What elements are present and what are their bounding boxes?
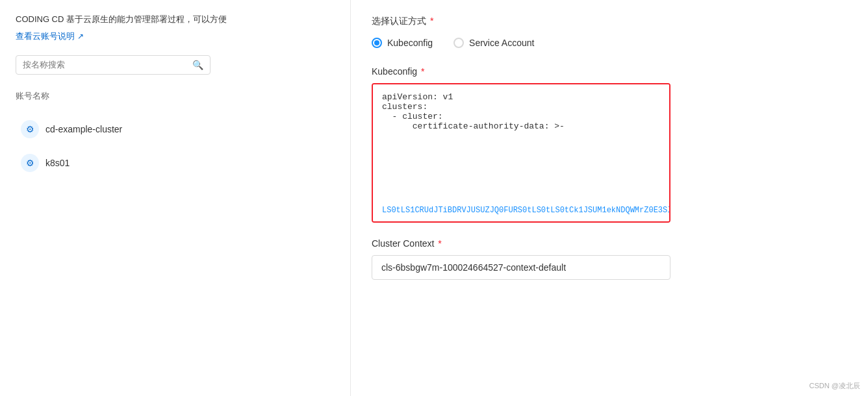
kubeconfig-last-line: LS0tLS1CRUdJTiBDRVJUSUZJQ0FURS0tLS0tLS0t…: [373, 203, 669, 221]
search-input[interactable]: [23, 60, 192, 69]
watermark: CSDN @凌北辰: [810, 381, 860, 391]
cluster-item-2[interactable]: ⚙ k8s01: [16, 146, 335, 180]
account-guide-link[interactable]: 查看云账号说明: [16, 31, 75, 42]
required-star-context: *: [435, 238, 441, 249]
cluster-item-1[interactable]: ⚙ cd-example-cluster: [16, 112, 335, 146]
right-panel: 选择认证方式 * Kubeconfig Service Account Kube…: [351, 0, 868, 396]
search-icon: 🔍: [192, 60, 203, 70]
kubeconfig-textarea[interactable]: apiVersion: v1 clusters: - cluster: cert…: [373, 84, 669, 201]
cluster-icon-1: ⚙: [21, 120, 39, 138]
radio-label-service-account: Service Account: [469, 38, 534, 48]
auth-section-title: 选择认证方式 *: [372, 16, 847, 27]
radio-label-kubeconfig: Kubeconfig: [387, 38, 433, 48]
radio-service-account[interactable]: Service Account: [453, 38, 534, 48]
cluster-name-1: cd-example-cluster: [45, 124, 122, 134]
search-box[interactable]: 🔍: [16, 55, 211, 75]
link-row: 查看云账号说明 ↗: [16, 31, 335, 42]
radio-circle-service-account: [453, 38, 464, 48]
left-panel: CODING CD 基于云原生的能力管理部署过程，可以方便 查看云账号说明 ↗ …: [0, 0, 351, 396]
cluster-context-input[interactable]: [372, 255, 670, 280]
cluster-name-2: k8s01: [45, 158, 70, 168]
radio-group: Kubeconfig Service Account: [372, 38, 847, 48]
kubeconfig-field-label: Kubeconfig *: [372, 66, 847, 77]
radio-circle-kubeconfig: [372, 38, 382, 48]
section-label: 账号名称: [16, 90, 335, 102]
required-star-kubeconfig: *: [418, 66, 424, 77]
cluster-context-label: Cluster Context *: [372, 238, 847, 249]
radio-kubeconfig[interactable]: Kubeconfig: [372, 38, 433, 48]
kubeconfig-wrapper: apiVersion: v1 clusters: - cluster: cert…: [372, 83, 670, 223]
required-star-auth: *: [428, 16, 433, 26]
external-link-icon: ↗: [77, 32, 84, 41]
cluster-icon-2: ⚙: [21, 154, 39, 172]
header-description: CODING CD 基于云原生的能力管理部署过程，可以方便: [16, 13, 335, 27]
